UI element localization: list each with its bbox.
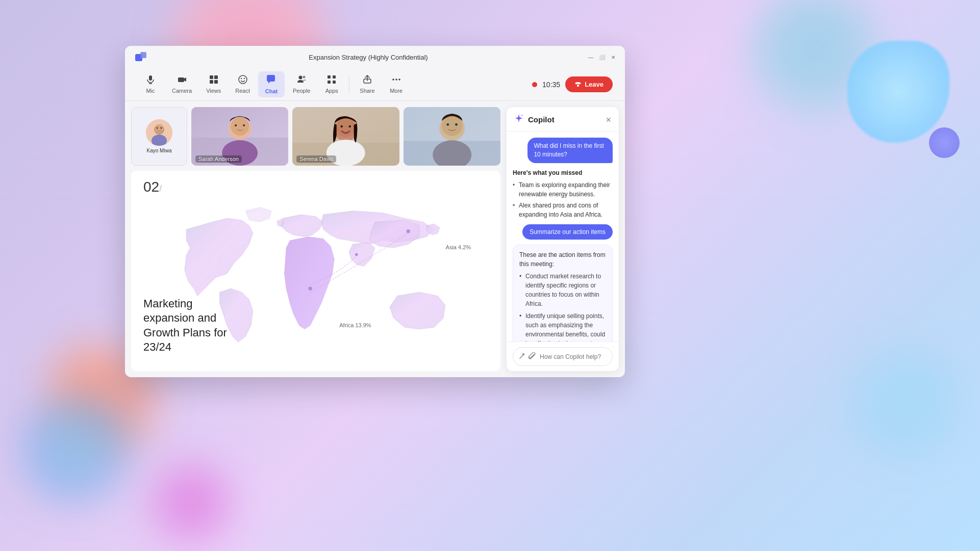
map-label-asia: Asia 4.2% xyxy=(446,244,471,250)
svg-point-52 xyxy=(442,115,462,136)
svg-point-46 xyxy=(341,125,343,127)
video-sarah: Sarah Anderson xyxy=(191,107,288,166)
copilot-response-item-2: Alex shared pros and cons of expanding i… xyxy=(513,201,613,219)
toolbar-mic[interactable]: Mic xyxy=(137,72,164,97)
summarize-action-button[interactable]: Summarize our action items xyxy=(522,224,613,240)
svg-point-57 xyxy=(355,253,358,256)
toolbar-chat[interactable]: Chat xyxy=(258,71,285,97)
copilot-body: What did I miss in the first 10 minutes?… xyxy=(507,132,619,342)
video-kayo: Kayo Miwa xyxy=(131,107,187,166)
svg-marker-6 xyxy=(184,77,186,82)
svg-point-32 xyxy=(157,127,158,129)
slide-container: Asia 4.2% Africa 13.9% 02/ Marketing exp… xyxy=(131,171,500,371)
svg-point-26 xyxy=(398,78,400,81)
people-icon xyxy=(297,75,306,87)
toolbar-people[interactable]: People xyxy=(287,72,316,97)
leave-label: Leave xyxy=(585,81,604,88)
camera-label: Camera xyxy=(172,88,192,94)
camera-icon xyxy=(178,75,187,87)
minimize-button[interactable]: — xyxy=(587,54,594,61)
copilot-action-items-bubble: These are the action items from this mee… xyxy=(513,245,613,342)
svg-point-54 xyxy=(455,123,458,126)
toolbar-more[interactable]: More xyxy=(383,72,410,97)
svg-point-38 xyxy=(231,117,249,136)
views-icon xyxy=(209,75,218,87)
video-strip: Kayo Miwa xyxy=(131,107,500,166)
slide-number-area: 02/ xyxy=(143,179,162,195)
svg-rect-20 xyxy=(328,81,331,84)
svg-rect-19 xyxy=(333,75,336,78)
leave-phone-icon xyxy=(574,81,582,88)
svg-rect-7 xyxy=(210,75,213,79)
recording-dot xyxy=(532,82,537,87)
kayo-face xyxy=(146,119,172,146)
teams-window: Expansion Strategy (Highly Confidential)… xyxy=(125,46,625,377)
action-item-2-text: Identify unique selling points, such as … xyxy=(525,312,605,342)
copilot-header: Copilot ✕ xyxy=(507,107,619,132)
apps-icon xyxy=(327,75,336,87)
copilot-close-button[interactable]: ✕ xyxy=(606,116,612,123)
copilot-user-message: What did I miss in the first 10 minutes? xyxy=(527,138,613,163)
toolbar-react[interactable]: React xyxy=(229,72,256,97)
svg-rect-5 xyxy=(178,77,184,82)
leave-button[interactable]: Leave xyxy=(565,76,613,92)
toolbar-apps[interactable]: Apps xyxy=(318,72,345,97)
call-controls-area: 10:35 Leave xyxy=(532,76,613,92)
serena-name: Serena Davis xyxy=(296,155,336,163)
video-fourth xyxy=(404,107,500,166)
views-label: Views xyxy=(206,88,221,94)
action-item-1: Conduct market research to identify spec… xyxy=(519,272,606,308)
close-button[interactable]: ✕ xyxy=(610,54,617,61)
svg-point-13 xyxy=(243,78,244,79)
copilot-input-left-icons xyxy=(518,352,536,361)
kayo-avatar xyxy=(146,119,172,146)
react-icon xyxy=(238,75,247,87)
chat-icon xyxy=(266,74,277,87)
kayo-name: Kayo Miwa xyxy=(147,148,172,153)
mic-label: Mic xyxy=(146,88,155,94)
chat-label: Chat xyxy=(265,88,278,94)
svg-rect-1 xyxy=(140,52,146,58)
copilot-input-area xyxy=(507,342,619,371)
bg-decoration-6 xyxy=(858,357,949,449)
sarah-name: Sarah Anderson xyxy=(195,155,242,163)
copilot-response-list: Team is exploring expanding their renewa… xyxy=(513,180,613,219)
svg-rect-14 xyxy=(267,75,275,82)
action-items-list: Conduct market research to identify spec… xyxy=(519,272,606,342)
bg-decoration-4 xyxy=(26,398,128,500)
main-content: Kayo Miwa xyxy=(125,101,625,377)
toolbar-divider xyxy=(349,75,349,94)
react-label: React xyxy=(235,88,250,94)
magic-icon[interactable] xyxy=(518,352,525,361)
copilot-header-left: Copilot xyxy=(514,113,555,126)
svg-point-33 xyxy=(161,127,162,129)
toolbar-camera[interactable]: Camera xyxy=(166,72,198,97)
bg-decoration-5 xyxy=(153,464,230,541)
copilot-panel: Copilot ✕ What did I miss in the first 1… xyxy=(507,107,619,371)
maximize-button[interactable]: ⬜ xyxy=(598,54,606,61)
call-timer: 10:35 xyxy=(542,81,560,89)
copilot-title: Copilot xyxy=(528,115,555,124)
toolbar-share[interactable]: Share xyxy=(354,72,381,97)
slide-title: Marketing expansion and Growth Plans for… xyxy=(143,297,245,355)
deco-right-2 xyxy=(929,127,960,158)
title-bar: Expansion Strategy (Highly Confidential)… xyxy=(125,46,625,68)
copilot-first-response: Here's what you missed Team is exploring… xyxy=(513,168,613,219)
action-item-2: Identify unique selling points, such as … xyxy=(519,311,606,342)
sparkle-svg xyxy=(514,113,524,123)
svg-point-12 xyxy=(240,78,241,79)
svg-rect-27 xyxy=(577,85,579,87)
svg-rect-8 xyxy=(214,75,218,79)
window-controls: — ⬜ ✕ xyxy=(587,54,617,61)
svg-rect-9 xyxy=(210,80,213,84)
toolbar-views[interactable]: Views xyxy=(200,72,227,97)
fourth-video xyxy=(404,107,500,166)
more-label: More xyxy=(390,88,403,94)
action-items-title: These are the action items from this mee… xyxy=(519,250,606,269)
attachment-icon[interactable] xyxy=(529,352,536,361)
copilot-chat-input[interactable] xyxy=(540,353,616,360)
magic-wand-svg xyxy=(518,352,525,359)
svg-point-40 xyxy=(243,124,245,126)
svg-point-58 xyxy=(521,115,523,116)
svg-rect-2 xyxy=(149,75,152,81)
